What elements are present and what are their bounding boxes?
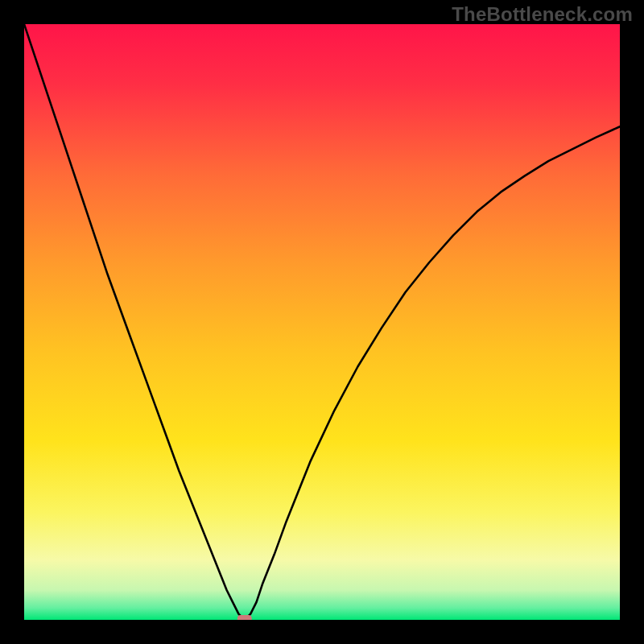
optimum-marker [237, 615, 252, 620]
plot-area [24, 24, 620, 620]
chart-frame: TheBottleneck.com [0, 0, 644, 644]
watermark-text: TheBottleneck.com [452, 3, 633, 26]
plot-svg [24, 24, 620, 620]
gradient-background [24, 24, 620, 620]
